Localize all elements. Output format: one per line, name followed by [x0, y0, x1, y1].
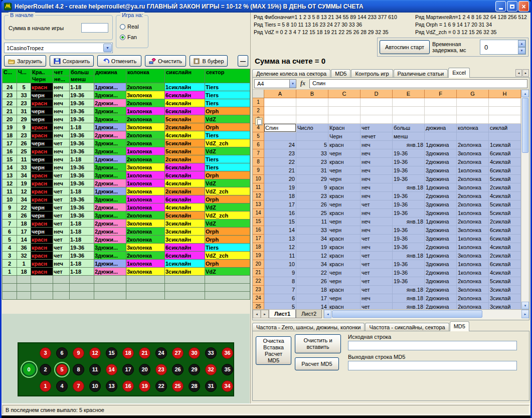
- board-number-6[interactable]: 6: [56, 347, 68, 359]
- excel-cell-E5[interactable]: менш: [393, 132, 425, 141]
- excel-cell-D2[interactable]: [361, 107, 393, 115]
- excel-cell-H12[interactable]: 4сиклай: [489, 192, 521, 200]
- excel-cell-D1[interactable]: [361, 98, 393, 107]
- excel-cell-H10[interactable]: 5сиклай: [489, 175, 521, 183]
- excel-cell-C18[interactable]: красн: [328, 243, 361, 252]
- excel-row-1[interactable]: 1: [253, 98, 264, 107]
- excel-row-9[interactable]: 9: [253, 166, 264, 175]
- paste-options-icon[interactable]: [255, 118, 263, 125]
- hscroll-thumb[interactable]: [332, 310, 482, 318]
- board-number-0[interactable]: 0: [23, 363, 36, 376]
- excel-cell-F17[interactable]: 3дюжина: [425, 235, 457, 243]
- excel-cell-C21[interactable]: черн: [328, 269, 361, 277]
- excel-cell-D5[interactable]: нечет: [361, 132, 393, 141]
- excel-cell-D8[interactable]: неч: [361, 158, 393, 166]
- excel-row-5[interactable]: 5: [253, 132, 264, 141]
- excel-cell-A15[interactable]: 15: [264, 218, 296, 226]
- excel-cell-B22[interactable]: 26: [296, 277, 328, 286]
- excel-cell-F21[interactable]: 2дюжина: [425, 269, 457, 277]
- excel-cell-C12[interactable]: красн: [328, 192, 361, 200]
- excel-cell-E25[interactable]: янв.18: [393, 303, 425, 309]
- excel-hscrollbar[interactable]: ◄ ►: [323, 310, 529, 318]
- excel-col-B[interactable]: B: [296, 90, 328, 98]
- excel-cell-G23[interactable]: 3колонка: [457, 286, 489, 294]
- board-number-27[interactable]: 27: [172, 347, 184, 359]
- excel-cell-G9[interactable]: 1колонка: [457, 166, 489, 175]
- cell-name-box[interactable]: A4 ▼: [254, 79, 296, 88]
- excel-cell-D23[interactable]: чет: [361, 286, 393, 294]
- excel-cell-A17[interactable]: 13: [264, 235, 296, 243]
- excel-cell-E21[interactable]: 19-36: [393, 269, 425, 277]
- excel-cell-E16[interactable]: 19-36: [393, 226, 425, 235]
- excel-vscrollbar[interactable]: ▲ ▼: [521, 90, 529, 309]
- excel-cell-H25[interactable]: 3сиклай: [489, 303, 521, 309]
- excel-cell-H9[interactable]: 6сиклай: [489, 166, 521, 175]
- tab-scroll-left-icon[interactable]: ◄: [515, 69, 522, 77]
- excel-cell-H19[interactable]: 2сиклай: [489, 252, 521, 260]
- chevron-down-icon[interactable]: ▼: [103, 44, 112, 52]
- excel-cell-D22[interactable]: чет: [361, 277, 393, 286]
- vscroll-thumb[interactable]: [522, 98, 528, 153]
- excel-cell-A19[interactable]: 11: [264, 252, 296, 260]
- excel-cell-B17[interactable]: 34: [296, 235, 328, 243]
- excel-cell-D16[interactable]: неч: [361, 226, 393, 235]
- excel-cell-F25[interactable]: 2дюжина: [425, 303, 457, 309]
- excel-cell-A12[interactable]: 18: [264, 192, 296, 200]
- excel-cell-B1[interactable]: [296, 98, 328, 107]
- board-number-30[interactable]: 30: [189, 347, 200, 359]
- excel-cell-G11[interactable]: 3колонка: [457, 183, 489, 192]
- tab-sectors[interactable]: Деление колеса на сектора: [252, 69, 330, 78]
- board-number-23[interactable]: 23: [155, 364, 167, 375]
- board-number-10[interactable]: 10: [89, 380, 101, 392]
- excel-row-19[interactable]: 19: [253, 252, 264, 260]
- excel-cell-A5[interactable]: [264, 132, 296, 141]
- fx-icon[interactable]: fx: [298, 80, 308, 87]
- excel-cell-C19[interactable]: красн: [328, 252, 361, 260]
- collapse-button[interactable]: —: [238, 55, 248, 67]
- tab-md5-top[interactable]: MD5: [331, 69, 350, 78]
- excel-cell-H6[interactable]: 1сиклай: [489, 141, 521, 149]
- excel-cell-G16[interactable]: 3колонка: [457, 226, 489, 235]
- excel-cell-F2[interactable]: [425, 107, 457, 115]
- spin-up-icon[interactable]: ▲: [518, 40, 525, 47]
- excel-cell-H11[interactable]: 2сиклай: [489, 183, 521, 192]
- excel-cell-E22[interactable]: 19-36: [393, 277, 425, 286]
- excel-row-18[interactable]: 18: [253, 243, 264, 252]
- excel-row-20[interactable]: 20: [253, 260, 264, 269]
- excel-cell-E15[interactable]: янв.18: [393, 218, 425, 226]
- excel-cell-B18[interactable]: 19: [296, 243, 328, 252]
- excel-cell-B19[interactable]: 12: [296, 252, 328, 260]
- sheet-prev-icon[interactable]: ◄: [253, 310, 261, 318]
- excel-cell-H17[interactable]: 6сиклай: [489, 235, 521, 243]
- excel-cell-B8[interactable]: 23: [296, 158, 328, 166]
- excel-cell-F9[interactable]: 3дюжина: [425, 166, 457, 175]
- excel-cell-D3[interactable]: [361, 115, 393, 124]
- excel-cell-F14[interactable]: 3дюжина: [425, 209, 457, 218]
- excel-col-G[interactable]: G: [457, 90, 489, 98]
- sheet-tab-sheet1[interactable]: Лист1: [269, 310, 296, 318]
- excel-col-A[interactable]: A: [264, 90, 296, 98]
- excel-cell-A9[interactable]: 21: [264, 166, 296, 175]
- excel-cell-G24[interactable]: 2колонка: [457, 294, 489, 303]
- excel-cell-G7[interactable]: 3колонка: [457, 149, 489, 158]
- sheet-tab-sheet2[interactable]: Лист2: [296, 310, 322, 318]
- excel-cell-C11[interactable]: красн: [328, 183, 361, 192]
- excel-cell-C15[interactable]: черн: [328, 218, 361, 226]
- sheet-next-icon[interactable]: ►: [261, 310, 269, 318]
- excel-cell-B23[interactable]: 18: [296, 286, 328, 294]
- excel-cell-E7[interactable]: 19-36: [393, 149, 425, 158]
- excel-cell-C9[interactable]: черн: [328, 166, 361, 175]
- excel-cell-B10[interactable]: 29: [296, 175, 328, 183]
- excel-cell-A14[interactable]: 16: [264, 209, 296, 218]
- excel-cell-E12[interactable]: 19-36: [393, 192, 425, 200]
- excel-cell-C6[interactable]: красн: [328, 141, 361, 149]
- excel-row-7[interactable]: 7: [253, 149, 264, 158]
- excel-cell-E2[interactable]: [393, 107, 425, 115]
- excel-cell-G14[interactable]: 1колонка: [457, 209, 489, 218]
- board-number-35[interactable]: 35: [222, 364, 233, 375]
- close-button[interactable]: ×: [518, 1, 529, 12]
- excel-cell-A2[interactable]: [264, 107, 296, 115]
- excel-cell-H3[interactable]: [489, 115, 521, 124]
- save-button[interactable]: Сохранить: [50, 55, 94, 67]
- board-number-33[interactable]: 33: [205, 347, 217, 359]
